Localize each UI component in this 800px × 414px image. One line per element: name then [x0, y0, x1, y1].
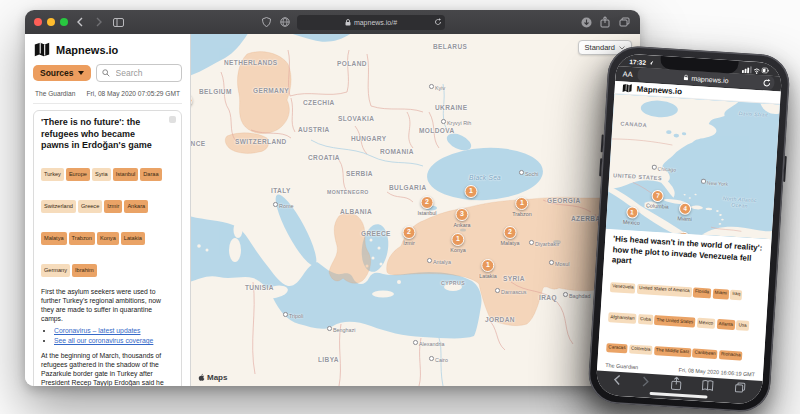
map-attribution: Maps [197, 373, 227, 382]
previous-article-footer[interactable]: The Guardian Fri, 08 May 2020 07:05:29 G… [33, 88, 182, 104]
marker-count: 1 [515, 197, 528, 210]
reader-button[interactable]: AA [622, 69, 633, 79]
power-button [783, 156, 787, 182]
search-box[interactable] [96, 64, 182, 82]
phone-article-card[interactable]: 'His head wasn't in the world of reality… [597, 229, 772, 380]
location-tag[interactable]: Iraq [730, 290, 743, 300]
home-indicator[interactable] [650, 391, 708, 398]
marker-count: 1 [465, 185, 478, 198]
marker-city-label: Konya [450, 247, 465, 253]
location-tag[interactable]: Venezuela [610, 282, 636, 293]
location-tag[interactable]: Cuba [638, 314, 654, 325]
app-title: Mapnews.io [56, 44, 118, 56]
location-tag[interactable]: Ibrahim [72, 264, 97, 277]
browser-toolbar: mapnews.io/# [25, 10, 640, 34]
location-tag[interactable]: Greece [78, 200, 102, 213]
map-cluster-marker[interactable]: 1 Konya [450, 233, 465, 253]
article-link[interactable]: Coronavirus – latest updates [54, 327, 141, 334]
location-tag[interactable]: Germany [41, 264, 70, 277]
marker-count: 2 [403, 226, 416, 239]
map-cluster-marker[interactable]: 1 Trabzon [512, 197, 532, 217]
battery-icon [762, 68, 769, 73]
sources-button[interactable]: Sources [33, 65, 91, 81]
location-tag[interactable]: Ankara [124, 200, 148, 213]
forward-button[interactable] [92, 15, 106, 29]
map-cluster-marker[interactable]: 1 [465, 185, 478, 199]
chevron-down-icon [78, 71, 84, 75]
minimize-window-button[interactable] [47, 18, 55, 26]
desktop-browser-window: mapnews.io/# Mapnews.io Sources [25, 10, 640, 386]
location-tag[interactable]: Malatya [41, 232, 67, 245]
close-window-button[interactable] [34, 18, 42, 26]
phone-map-canvas[interactable]: CANADADavis StraitUNITED STATESChicagoNe… [606, 94, 780, 239]
location-tag[interactable]: Miami [712, 288, 729, 299]
share-icon[interactable] [598, 15, 612, 29]
map-cluster-marker[interactable] [191, 94, 193, 108]
marker-count: 1 [481, 259, 494, 272]
address-bar[interactable]: mapnews.io/# [297, 15, 445, 30]
forward-button[interactable] [641, 376, 651, 389]
article-link[interactable]: See all our coronavirus coverage [54, 337, 153, 344]
location-arrow-icon [648, 61, 653, 66]
location-tag[interactable]: Izmir [104, 200, 122, 213]
location-tag[interactable]: Daraa [140, 168, 161, 181]
location-tag[interactable]: Trabzon [69, 232, 95, 245]
location-tag[interactable]: Atlanta [716, 319, 735, 330]
marker-count: 1 [626, 206, 639, 219]
location-tag[interactable]: Latakia [121, 232, 145, 245]
map-cluster-marker[interactable]: 4 Miami [677, 202, 693, 222]
location-tag[interactable]: Istanbul [113, 168, 139, 181]
share-icon[interactable] [669, 376, 682, 391]
globe-icon[interactable] [278, 15, 292, 29]
location-tag[interactable]: Turkey [41, 168, 64, 181]
location-tag[interactable]: Usa [736, 320, 749, 330]
pin-article-button[interactable] [169, 116, 176, 123]
reload-icon[interactable] [434, 18, 442, 26]
location-tag[interactable]: The Middle East [654, 346, 692, 358]
reload-icon[interactable] [762, 78, 772, 88]
location-tag[interactable]: Afghanistan [608, 312, 637, 323]
map-cluster-marker[interactable]: 3 Ankara [453, 208, 470, 228]
privacy-shield-icon[interactable] [259, 15, 273, 29]
map-cluster-marker[interactable]: 2 İzmir [403, 226, 416, 246]
location-tag[interactable]: Syria [92, 168, 111, 181]
map-canvas[interactable]: NETHERLANDSBELARUSPOLANDGERMANYBELGIUMCZ… [191, 34, 640, 386]
zoom-window-button[interactable] [60, 18, 68, 26]
location-tag[interactable]: Mexico [696, 318, 715, 329]
map-cluster-marker[interactable]: 1 Mexico [623, 206, 641, 226]
article-tags: VenezuelaUnited States of AmericaFlorida… [606, 268, 761, 368]
location-tag[interactable]: Europe [66, 168, 90, 181]
article-paragraph: At the beginning of March, thousands of … [41, 351, 174, 386]
marker-city-label: Malatya [501, 240, 520, 246]
downloads-icon[interactable] [579, 15, 593, 29]
sidebar-toggle-icon[interactable] [111, 15, 125, 29]
article-tags: TurkeyEuropeSyriaIstanbulDaraaSwitzerlan… [41, 155, 174, 283]
location-tag[interactable]: Riohacha [719, 350, 743, 361]
bookmarks-icon[interactable] [701, 379, 715, 392]
location-tag[interactable]: Colombia [629, 344, 653, 355]
search-input[interactable] [114, 67, 176, 79]
location-tag[interactable]: Caribbean [692, 348, 718, 359]
location-tag[interactable]: The United States [654, 315, 695, 327]
article-card[interactable]: 'There is no future': the refugees who b… [33, 110, 182, 386]
marker-count: 4 [679, 203, 692, 216]
back-button[interactable] [73, 15, 87, 29]
volume-down-button [599, 158, 602, 176]
location-tag[interactable]: Konya [97, 232, 119, 245]
tabs-icon[interactable] [617, 15, 631, 29]
map-cluster-marker[interactable]: 2 Istanbul [418, 196, 437, 216]
marker-city-label: Trabzon [512, 211, 532, 217]
iphone-mockup: 17:32 AA mapnews.io [587, 45, 791, 414]
mapnews-logo [621, 82, 633, 94]
location-tag[interactable]: United States of America [637, 284, 692, 297]
back-button[interactable] [612, 374, 622, 387]
tabs-icon[interactable] [734, 381, 747, 394]
marker-count: 1 [451, 233, 464, 246]
map-cluster-marker[interactable]: 2 Malatya [501, 226, 520, 246]
marker-count [191, 94, 193, 107]
location-tag[interactable]: Switzerland [41, 200, 76, 213]
location-tag[interactable]: Florida [693, 287, 712, 298]
map-cluster-marker[interactable]: 1 Latakia [479, 259, 496, 279]
location-tag[interactable]: Caracas [606, 343, 628, 354]
map-cluster-marker[interactable]: 7 Columbia [646, 189, 670, 209]
